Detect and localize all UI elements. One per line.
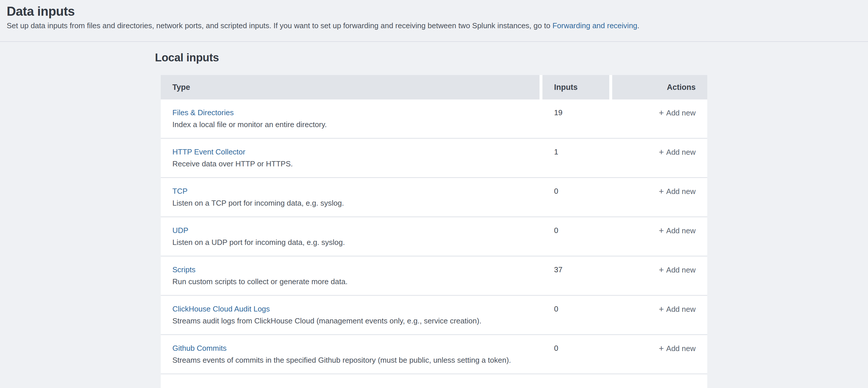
add-new-label: Add new [666, 305, 695, 314]
add-new-label: Add new [666, 187, 695, 196]
inputs-count: 37 [542, 257, 609, 295]
page-subtitle: Set up data inputs from files and direct… [7, 21, 856, 30]
input-type-link[interactable]: UDP [173, 226, 188, 235]
actions-cell: +Add new [612, 217, 707, 256]
actions-cell: +Add new [612, 335, 707, 374]
type-cell: Github Commits Streams events of commits… [161, 335, 539, 374]
table-row: Github Commits Streams events of commits… [161, 335, 707, 374]
type-cell: TCP Listen on a TCP port for incoming da… [161, 178, 539, 216]
inputs-count: 0 [542, 217, 609, 256]
page-subtitle-period: . [637, 21, 639, 30]
actions-cell: +Add new [612, 139, 707, 177]
table-row: HTTP Event Collector Receive data over H… [161, 139, 707, 178]
plus-icon: + [659, 147, 664, 157]
column-header-actions: Actions [612, 75, 707, 99]
table-body: Files & Directories Index a local file o… [161, 99, 707, 374]
table-row: ClickHouse Cloud Audit Logs Streams audi… [161, 296, 707, 335]
table-row: Files & Directories Index a local file o… [161, 99, 707, 139]
add-new-link[interactable]: +Add new [659, 187, 695, 196]
actions-cell: +Add new [612, 178, 707, 216]
add-new-label: Add new [666, 226, 695, 235]
plus-icon: + [659, 108, 664, 118]
type-cell: Scripts Run custom scripts to collect or… [161, 257, 539, 295]
table-row: UDP Listen on a UDP port for incoming da… [161, 217, 707, 257]
input-type-link[interactable]: Github Commits [173, 344, 226, 353]
input-type-description: Run custom scripts to collect or generat… [173, 277, 528, 286]
table-row: TCP Listen on a TCP port for incoming da… [161, 178, 707, 217]
local-inputs-section: Local inputs Type Inputs Actions Files &… [161, 51, 707, 388]
add-new-link[interactable]: +Add new [659, 148, 695, 156]
actions-cell: +Add new [612, 296, 707, 334]
input-type-description: Streams events of commits in the specifi… [173, 355, 528, 365]
add-new-link[interactable]: +Add new [659, 109, 695, 117]
column-header-inputs: Inputs [542, 75, 609, 99]
forwarding-and-receiving-link[interactable]: Forwarding and receiving [552, 21, 637, 30]
plus-icon: + [659, 265, 664, 275]
input-type-description: Index a local file or monitor an entire … [173, 120, 528, 129]
add-new-label: Add new [666, 109, 695, 117]
inputs-count: 0 [542, 335, 609, 374]
type-cell: Files & Directories Index a local file o… [161, 99, 539, 138]
add-new-link[interactable]: +Add new [659, 305, 695, 314]
input-type-description: Receive data over HTTP or HTTPS. [173, 159, 528, 169]
inputs-count: 1 [542, 139, 609, 177]
type-cell: UDP Listen on a UDP port for incoming da… [161, 217, 539, 256]
column-header-type: Type [161, 75, 539, 99]
plus-icon: + [659, 344, 664, 353]
input-type-description: Listen on a UDP port for incoming data, … [173, 238, 528, 247]
add-new-link[interactable]: +Add new [659, 226, 695, 235]
actions-cell: +Add new [612, 257, 707, 295]
input-type-description: Listen on a TCP port for incoming data, … [173, 198, 528, 208]
type-cell: ClickHouse Cloud Audit Logs Streams audi… [161, 296, 539, 334]
section-heading: Local inputs [155, 51, 707, 65]
input-type-link[interactable]: Scripts [173, 265, 195, 274]
page-header: Data inputs Set up data inputs from file… [0, 0, 868, 42]
add-new-label: Add new [666, 344, 695, 353]
input-type-link[interactable]: ClickHouse Cloud Audit Logs [173, 304, 270, 314]
page-subtitle-text: Set up data inputs from files and direct… [7, 21, 552, 30]
type-cell: HTTP Event Collector Receive data over H… [161, 139, 539, 177]
plus-icon: + [659, 304, 664, 314]
input-type-description: Streams audit logs from ClickHouse Cloud… [173, 316, 528, 325]
inputs-count: 19 [542, 99, 609, 138]
page-title: Data inputs [7, 3, 856, 19]
actions-cell: +Add new [612, 99, 707, 138]
table-row: Scripts Run custom scripts to collect or… [161, 257, 707, 296]
table-header-row: Type Inputs Actions [161, 75, 707, 99]
input-type-link[interactable]: HTTP Event Collector [173, 147, 245, 156]
inputs-count: 0 [542, 296, 609, 334]
plus-icon: + [659, 226, 664, 235]
input-type-link[interactable]: TCP [173, 186, 187, 196]
add-new-label: Add new [666, 266, 695, 274]
data-inputs-table: Type Inputs Actions Files & Directories … [161, 75, 707, 388]
table-row-partial [161, 374, 707, 388]
add-new-label: Add new [666, 148, 695, 156]
add-new-link[interactable]: +Add new [659, 266, 695, 274]
add-new-link[interactable]: +Add new [659, 344, 695, 353]
input-type-link[interactable]: Files & Directories [173, 108, 234, 117]
inputs-count: 0 [542, 178, 609, 216]
plus-icon: + [659, 187, 664, 196]
